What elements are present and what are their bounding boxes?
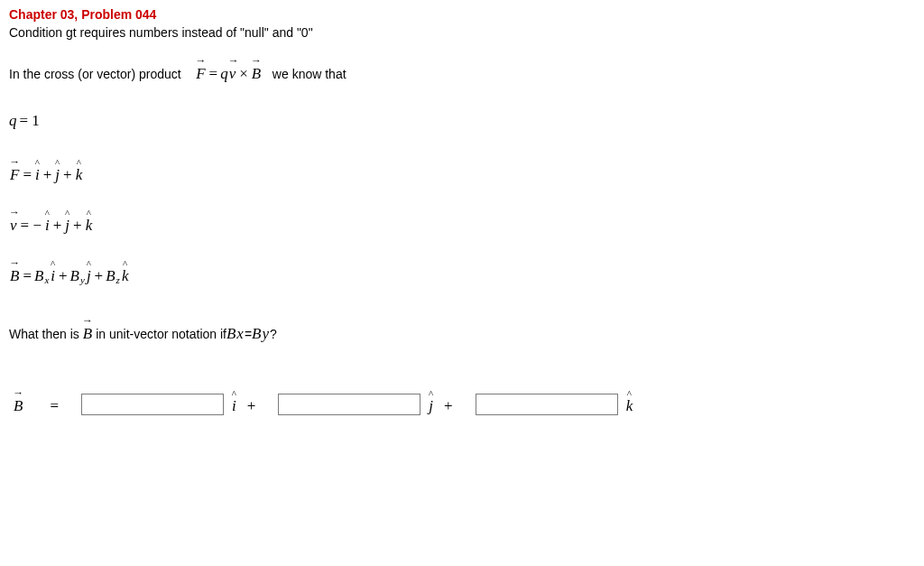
vector-F: F	[195, 65, 206, 83]
k-hat: k	[625, 397, 634, 415]
question-pre: What then is	[9, 327, 79, 341]
eq-sign: =	[47, 397, 61, 415]
eq-sign: =	[207, 65, 221, 83]
vector-v: v	[228, 65, 237, 83]
vector-B: B	[79, 325, 96, 343]
vector-F: F	[9, 166, 20, 184]
Bx-coef: B	[34, 267, 43, 285]
condition-text: Condition gt requires numbers instead of…	[9, 25, 915, 40]
eq-sign: =	[245, 327, 252, 341]
plus-sign: +	[245, 397, 259, 415]
input-j-component[interactable]	[278, 394, 420, 415]
scalar-q: q	[220, 65, 228, 83]
q-var: q	[9, 112, 17, 130]
plus-sign: +	[41, 166, 55, 184]
question-mark: ?	[270, 327, 277, 341]
F-equation: F = i + j + k	[9, 166, 915, 184]
Bx: B	[226, 325, 236, 343]
By: B	[252, 325, 261, 343]
q-value: = 1	[17, 112, 42, 130]
k-hat: k	[85, 217, 94, 235]
i-hat: i	[44, 217, 51, 235]
i-hat: i	[50, 267, 56, 285]
cross-sign: ×	[236, 65, 251, 83]
z-sub: z	[116, 274, 120, 285]
i-hat: i	[231, 397, 237, 415]
answer-line: B = i + j + k	[13, 394, 915, 415]
vector-v: v	[9, 217, 18, 235]
plus-sign: +	[441, 397, 456, 415]
q-equation: q = 1	[9, 112, 915, 130]
input-i-component[interactable]	[81, 394, 224, 415]
y-sub: y	[80, 274, 85, 285]
intro-pre: In the cross (or vector) product	[9, 67, 195, 81]
j-hat: j	[428, 397, 434, 415]
j-hat: j	[86, 267, 92, 285]
k-hat: k	[75, 166, 84, 184]
plus-sign: +	[70, 217, 85, 235]
vector-B: B	[13, 397, 23, 415]
By-coef: B	[70, 267, 79, 285]
question-mid: in unit-vector notation if	[96, 327, 226, 341]
vector-B: B	[251, 65, 262, 83]
y-sub: y	[262, 325, 269, 343]
eq-sign: =	[20, 267, 34, 285]
plus-sign: +	[51, 217, 65, 235]
j-hat: j	[54, 166, 60, 184]
v-equation: v = − i + j + k	[9, 217, 915, 235]
k-hat: k	[121, 267, 130, 285]
plus-sign: +	[92, 267, 106, 285]
problem-title: Chapter 03, Problem 044	[9, 7, 915, 22]
input-k-component[interactable]	[476, 394, 618, 415]
Bz-coef: B	[106, 267, 115, 285]
j-hat: j	[64, 217, 70, 235]
eq-minus: = −	[18, 217, 44, 235]
plus-sign: +	[56, 267, 70, 285]
eq-sign: =	[20, 166, 34, 184]
intro-post: we know that	[262, 67, 346, 81]
i-hat: i	[34, 166, 41, 184]
vector-B: B	[9, 267, 20, 285]
plus-sign: +	[60, 166, 75, 184]
B-equation: B = Bx i + By j + Bz k	[9, 267, 915, 285]
x-sub: x	[236, 325, 244, 343]
x-sub: x	[44, 274, 49, 285]
intro-line: In the cross (or vector) product F = q v…	[9, 65, 915, 83]
question-line: What then is B in unit-vector notation i…	[9, 325, 915, 343]
